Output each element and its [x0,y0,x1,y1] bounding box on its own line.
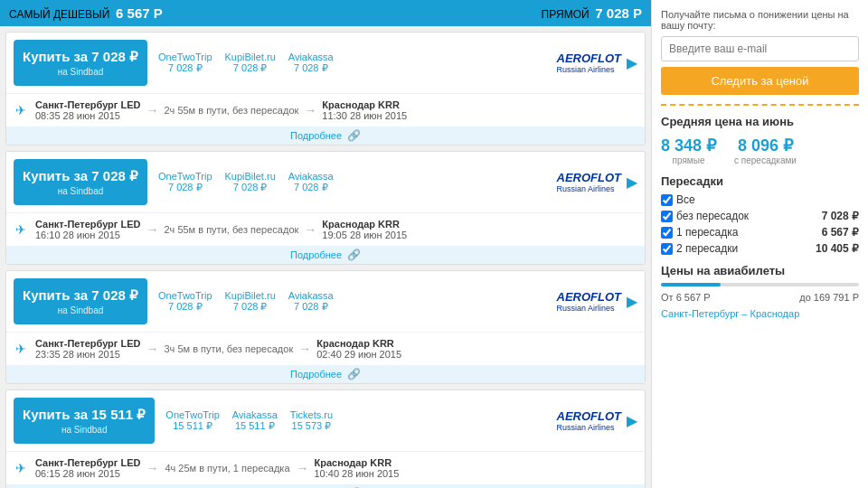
arrival-info: Краснодар KRR 11:30 28 июн 2015 [322,99,412,121]
arrival-time: 19:05 28 июн 2015 [322,230,412,240]
airline-name: AEROFLOT Russian Airlines [557,409,622,432]
checkbox-input[interactable] [661,227,673,239]
email-section: Получайте письма о понижении цены на ваш… [661,9,859,95]
select-arrow-button[interactable]: ▶ [627,174,637,191]
sidebar: Получайте письма о понижении цены на ваш… [651,0,868,488]
email-input[interactable] [661,36,859,61]
buy-button[interactable]: Купить за 7 028 ₽ на Sindbad [14,278,147,324]
route-arrow: → [146,342,158,356]
price-to: до 169 791 Р [799,292,859,303]
details-label: Подробнее [290,249,342,260]
ticket-card-4: Купить за 15 511 ₽ на Sindbad OneTwoTrip… [5,389,646,488]
route-arrow: → [146,103,158,117]
arrival-time: 11:30 28 июн 2015 [322,110,412,121]
agent-item: Aviakassa 7 028 ₽ [288,171,334,193]
transfers-title: Пересадки [661,174,859,188]
aeroflot-sub: Russian Airlines [557,304,622,313]
agents-list: OneTwoTrip 7 028 ₽ KupiBilet.ru 7 028 ₽ … [158,171,334,193]
checkbox-input[interactable] [661,211,673,222]
avg-transfer-value: 8 096 ₽ [734,136,797,155]
details-bar[interactable]: Подробнее 🔗 [6,484,645,488]
ticket-route: ✈ Санкт-Петербург LED 16:10 28 июн 2015 … [6,213,645,246]
agent-item: OneTwoTrip 15 511 ₽ [165,409,220,432]
avg-price-title: Средняя цена на июнь [661,115,859,128]
details-label: Подробнее [290,369,342,380]
details-bar[interactable]: Подробнее 🔗 [6,365,645,383]
agent-item: KupiBilet.ru 7 028 ₽ [225,52,276,74]
departure-info: Санкт-Петербург LED 06:15 28 июн 2015 [35,457,140,479]
agent-name: OneTwoTrip [158,290,212,301]
buy-price: Купить за 7 028 ₽ [23,47,138,66]
agent-price: 7 028 ₽ [158,182,212,193]
arrival-info: Краснодар KRR 10:40 28 июн 2015 [314,457,404,479]
checkbox-label: 1 пересадка [676,226,738,239]
select-arrow-button[interactable]: ▶ [627,412,637,429]
departure-time: 06:15 28 июн 2015 [35,468,140,479]
agents-list: OneTwoTrip 15 511 ₽ Aviakassa 15 511 ₽ T… [165,409,333,432]
departure-time: 23:35 28 июн 2015 [35,349,140,360]
departure-city: Санкт-Петербург LED [35,457,140,468]
details-label: Подробнее [290,130,342,141]
agent-price: 7 028 ₽ [158,62,212,74]
checkboxes-container: Все без пересадок 7 028 ₽ 1 пересадка 6 … [661,193,859,255]
aeroflot-sub: Russian Airlines [557,184,622,193]
agents-list: OneTwoTrip 7 028 ₽ KupiBilet.ru 7 028 ₽ … [158,290,334,313]
checkbox-item-2: 1 пересадка 6 567 ₽ [661,226,859,239]
track-price-button[interactable]: Следить за ценой [661,67,859,95]
aeroflot-text: AEROFLOT [557,290,622,304]
checkbox-label: без пересадок [676,210,749,222]
arrival-info: Краснодар KRR 02:40 29 июн 2015 [316,338,407,360]
tickets-list: Купить за 7 028 ₽ на Sindbad OneTwoTrip … [0,32,651,488]
arrival-city: Краснодар KRR [322,99,412,110]
buy-button[interactable]: Купить за 7 028 ₽ на Sindbad [14,159,147,205]
details-bar[interactable]: Подробнее 🔗 [6,246,645,264]
buy-price: Купить за 7 028 ₽ [23,286,138,305]
airline-name: AEROFLOT Russian Airlines [557,290,622,313]
aeroflot-text: AEROFLOT [557,409,622,423]
direct-label: ПРЯМОЙ 7 028 Р [542,5,642,21]
departure-info: Санкт-Петербург LED 08:35 28 июн 2015 [35,99,140,121]
checkbox-input[interactable] [661,194,673,206]
airline-logo: AEROFLOT Russian Airlines ▶ [557,52,638,74]
airline-logo: AEROFLOT Russian Airlines ▶ [557,409,638,432]
agent-price: 7 028 ₽ [225,62,276,74]
plane-icon: ✈ [15,342,26,356]
arrival-info: Краснодар KRR 19:05 28 июн 2015 [322,219,412,240]
ticket-prices-title: Цены на авиабилеты [661,264,859,277]
agent-item: OneTwoTrip 7 028 ₽ [158,52,212,74]
plane-icon: ✈ [15,103,26,117]
checkbox-input[interactable] [661,243,673,255]
airline-logo: AEROFLOT Russian Airlines ▶ [557,171,638,193]
price-range-labels: От 6 567 Р до 169 791 Р [661,292,859,303]
buy-button[interactable]: Купить за 7 028 ₽ на Sindbad [14,40,147,86]
departure-city: Санкт-Петербург LED [35,338,140,349]
ticket-top: Купить за 7 028 ₽ на Sindbad OneTwoTrip … [6,152,645,213]
buy-button[interactable]: Купить за 15 511 ₽ на Sindbad [14,398,155,444]
ticket-card-2: Купить за 7 028 ₽ на Sindbad OneTwoTrip … [5,151,646,265]
link-icon: 🔗 [347,249,361,261]
agent-price: 7 028 ₽ [288,62,334,74]
buy-price: Купить за 15 511 ₽ [23,405,146,424]
select-arrow-button[interactable]: ▶ [627,293,637,310]
checkbox-price: 7 028 ₽ [822,210,859,222]
price-range-bar[interactable] [661,283,859,286]
details-bar[interactable]: Подробнее 🔗 [6,127,645,145]
agent-name: Aviakassa [288,290,334,301]
avg-direct-value: 8 348 ₽ [661,136,716,155]
destination-link[interactable]: Санкт-Петербург – Краснодар [661,308,859,319]
select-arrow-button[interactable]: ▶ [627,54,637,71]
agent-name: Tickets.ru [290,409,333,420]
agent-name: Aviakassa [288,52,334,62]
arrival-city: Краснодар KRR [322,219,412,230]
departure-info: Санкт-Петербург LED 16:10 28 июн 2015 [35,219,140,240]
ticket-top: Купить за 15 511 ₽ на Sindbad OneTwoTrip… [6,390,645,452]
cheapest-label: САМЫЙ ДЕШЕВЫЙ 6 567 Р [9,5,163,21]
sindbad-label: на Sindbad [23,424,146,436]
sindbad-label: на Sindbad [23,66,138,79]
departure-time: 16:10 28 июн 2015 [35,230,140,240]
agent-name: KupiBilet.ru [225,290,276,301]
route-arrow: → [146,222,158,237]
avg-prices: 8 348 ₽ прямые 8 096 ₽ с пересадками [661,136,859,165]
checkbox-item-0: Все [661,193,859,206]
agent-item: OneTwoTrip 7 028 ₽ [158,171,212,193]
